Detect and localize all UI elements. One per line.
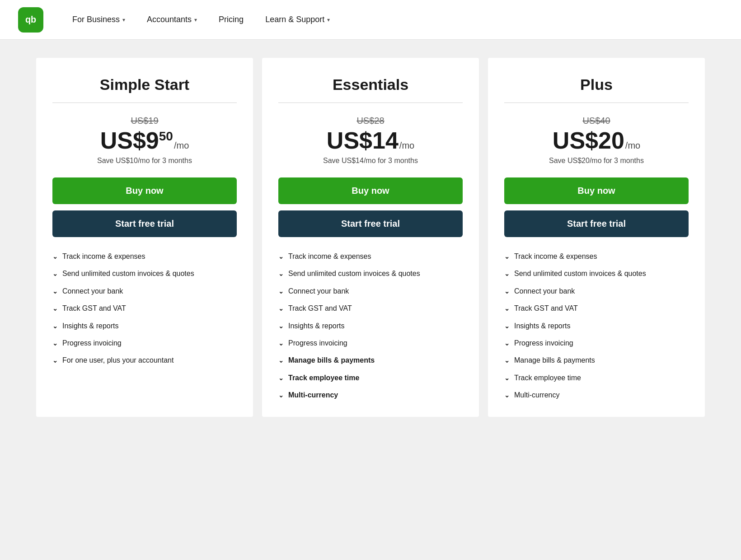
feature-item: ⌄ Send unlimited custom invoices & quote… [504,269,689,279]
checkmark-icon: ⌄ [278,270,284,279]
feature-item: ⌄ For one user, plus your accountant [52,355,237,365]
chevron-down-icon: ▾ [122,17,125,23]
plan-name: Plus [504,76,689,93]
original-price: US$40 [504,116,689,126]
svg-text:qb: qb [25,14,36,24]
price-main: US$9 [100,129,159,152]
feature-item: ⌄ Send unlimited custom invoices & quote… [52,269,237,279]
nav-learn-support[interactable]: Learn & Support ▾ [254,15,341,24]
divider [278,103,463,103]
feature-item: ⌄ Progress invoicing [278,338,463,348]
price-per: /mo [399,140,414,151]
feature-item: ⌄ Manage bills & payments [278,355,463,365]
features-list: ⌄ Track income & expenses ⌄ Send unlimit… [504,252,689,401]
feature-item: ⌄ Insights & reports [52,321,237,331]
save-text: Save US$14/mo for 3 months [278,157,463,165]
price-main: US$14 [327,129,399,152]
original-price: US$19 [52,116,237,126]
checkmark-icon: ⌄ [278,287,284,296]
buy-now-button[interactable]: Buy now [278,177,463,204]
feature-item: ⌄ Track GST and VAT [52,303,237,313]
feature-item: ⌄ Send unlimited custom invoices & quote… [278,269,463,279]
features-list: ⌄ Track income & expenses ⌄ Send unlimit… [278,252,463,401]
checkmark-icon: ⌄ [504,252,510,261]
navbar: qb For Business ▾ Accountants ▾ Pricing … [0,0,741,40]
feature-item: ⌄ Track employee time [278,373,463,383]
checkmark-icon: ⌄ [278,374,284,383]
feature-item: ⌄ Track GST and VAT [504,303,689,313]
pricing-grid: Simple Start US$19 US$9 50 /mo Save US$1… [36,58,705,417]
feature-item: ⌄ Insights & reports [504,321,689,331]
features-list: ⌄ Track income & expenses ⌄ Send unlimit… [52,252,237,366]
feature-item: ⌄ Connect your bank [52,286,237,296]
logo[interactable]: qb [18,7,43,33]
nav-for-business[interactable]: For Business ▾ [61,15,136,24]
feature-item: ⌄ Track employee time [504,373,689,383]
checkmark-icon: ⌄ [52,252,58,261]
price-per: /mo [625,140,640,151]
price-per: /mo [174,140,189,151]
chevron-down-icon: ▾ [327,17,330,23]
feature-item: ⌄ Multi-currency [504,390,689,400]
start-free-trial-button[interactable]: Start free trial [278,210,463,237]
feature-item: ⌄ Manage bills & payments [504,355,689,365]
checkmark-icon: ⌄ [504,304,510,313]
checkmark-icon: ⌄ [504,322,510,331]
buy-now-button[interactable]: Buy now [52,177,237,204]
start-free-trial-button[interactable]: Start free trial [52,210,237,237]
checkmark-icon: ⌄ [504,270,510,279]
feature-item: ⌄ Track income & expenses [278,252,463,261]
checkmark-icon: ⌄ [504,356,510,365]
nav-accountants[interactable]: Accountants ▾ [136,15,208,24]
checkmark-icon: ⌄ [504,374,510,383]
checkmark-icon: ⌄ [278,339,284,348]
checkmark-icon: ⌄ [504,391,510,400]
feature-item: ⌄ Multi-currency [278,390,463,400]
save-text: Save US$10/mo for 3 months [52,157,237,165]
checkmark-icon: ⌄ [278,322,284,331]
feature-item: ⌄ Progress invoicing [52,338,237,348]
feature-item: ⌄ Connect your bank [278,286,463,296]
feature-item: ⌄ Connect your bank [504,286,689,296]
checkmark-icon: ⌄ [52,270,58,279]
feature-item: ⌄ Track income & expenses [504,252,689,261]
price-cents: 50 [159,130,173,143]
divider [504,103,689,103]
nav-pricing[interactable]: Pricing [208,15,254,24]
checkmark-icon: ⌄ [52,339,58,348]
checkmark-icon: ⌄ [504,287,510,296]
checkmark-icon: ⌄ [278,391,284,400]
plan-name: Essentials [278,76,463,93]
current-price: US$20 /mo [504,129,689,152]
checkmark-icon: ⌄ [52,304,58,313]
divider [52,103,237,103]
buy-now-button[interactable]: Buy now [504,177,689,204]
plan-name: Simple Start [52,76,237,93]
plan-card-1: Essentials US$28 US$14 /mo Save US$14/mo… [262,58,479,417]
main-content: Simple Start US$19 US$9 50 /mo Save US$1… [0,40,741,560]
feature-item: ⌄ Insights & reports [278,321,463,331]
current-price: US$9 50 /mo [52,129,237,152]
feature-item: ⌄ Progress invoicing [504,338,689,348]
nav-links: For Business ▾ Accountants ▾ Pricing Lea… [61,15,341,24]
checkmark-icon: ⌄ [504,339,510,348]
start-free-trial-button[interactable]: Start free trial [504,210,689,237]
original-price: US$28 [278,116,463,126]
checkmark-icon: ⌄ [278,356,284,365]
checkmark-icon: ⌄ [52,287,58,296]
current-price: US$14 /mo [278,129,463,152]
chevron-down-icon: ▾ [194,17,197,23]
feature-item: ⌄ Track income & expenses [52,252,237,261]
plan-card-2: Plus US$40 US$20 /mo Save US$20/mo for 3… [488,58,705,417]
price-main: US$20 [553,129,624,152]
save-text: Save US$20/mo for 3 months [504,157,689,165]
checkmark-icon: ⌄ [52,322,58,331]
checkmark-icon: ⌄ [278,304,284,313]
plan-card-0: Simple Start US$19 US$9 50 /mo Save US$1… [36,58,253,417]
feature-item: ⌄ Track GST and VAT [278,303,463,313]
checkmark-icon: ⌄ [52,356,58,365]
checkmark-icon: ⌄ [278,252,284,261]
